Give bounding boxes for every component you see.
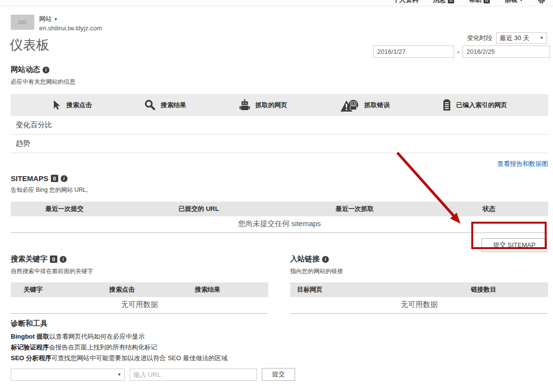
user-menu[interactable]: 朋锐▼ [505,0,523,4]
help-menu-item[interactable]: 帮助 [469,0,490,4]
column-header: 目标网页 [290,285,419,294]
row-label: 趋势 [16,139,30,148]
tool-description: 以查看网页代码如何在必应中显示 [49,333,145,340]
sitemaps-title: SITEMAPS [11,174,48,183]
site-selector[interactable]: 网站▼ [39,15,102,23]
help-badge-icon [484,0,490,3]
column-header: 状态 [430,205,548,213]
row-change-percentage: 变化百分比 [11,116,548,135]
keywords-title: 搜索关键字 [11,254,47,264]
search-keywords-section: 搜索关键字 0 i 自然搜索中排在最前面的关键字 关键字 搜索点击 搜索结果 无… [11,254,268,314]
tool-name: SEO 分析程序 [11,354,51,362]
metric-search-results[interactable]: 搜索结果 [144,99,186,111]
crawl-error-icon [340,98,360,112]
column-header: 已提交的 URL [118,205,279,213]
info-icon[interactable]: i [61,175,68,182]
site-url: en.shilirui.tw.ldyjz.com [39,24,102,32]
keywords-table-header: 关键字 搜索点击 搜索结果 [11,282,268,297]
diagnostic-line: Bingbot 提取以查看网页代码如何在必应中显示 [11,332,548,341]
messages-badge-icon [448,0,454,3]
username-label: 朋锐 [505,0,517,4]
site-header: 网站▼ en.shilirui.tw.ldyjz.com [11,15,102,32]
page-title: 仪表板 [10,36,49,54]
site-activity-section: 网站动态i 必应中有关您网站的信息 搜索点击 搜索结果 [11,65,548,168]
info-icon[interactable]: i [322,256,329,263]
metric-search-clicks[interactable]: 搜索点击 [52,100,92,111]
info-icon[interactable]: i [60,256,67,263]
robot-icon [239,99,251,111]
sitemaps-section: SITEMAPS 0 i 告知必应 Bing 您的网站 URL。 最近一次提交 … [11,174,548,252]
metrics-header-band: 搜索点击 搜索结果 [11,94,548,116]
gear-icon [538,0,545,4]
metric-crawl-errors[interactable]: 抓取错误 [340,98,390,112]
tool-name: 标记验证程序 [11,344,49,351]
submit-url-button[interactable]: 提交 [262,368,295,381]
column-header: 最近一次抓取 [279,205,430,213]
keywords-subtitle: 自然搜索中排在最前面的关键字 [11,267,268,276]
inbound-links-subtitle: 指向您的网站的链接 [290,267,548,276]
tool-description: 会报告在页面上找到的所有结构化标记 [49,344,157,351]
sitemaps-table-header: 最近一次提交 已提交的 URL 最近一次抓取 状态 [11,202,548,216]
tool-description: 可查找您网站中可能需要加以改进以符合 SEO 最佳做法的区域 [51,354,228,362]
chevron-down-icon: ▼ [117,372,121,377]
view-reports-link[interactable]: 查看报告和数据图 [497,160,548,167]
inbound-links-empty-message: 无可用数据 [290,297,548,314]
messages-menu-item[interactable]: 消息 [433,0,454,4]
chevron-down-icon: ▼ [519,0,523,2]
search-icon [144,99,156,111]
column-header: 链接数目 [419,285,549,294]
webmaster-dashboard-page: 个人资料 消息 帮助 朋锐▼ 网站▼ en.shilirui.tw.ldyjz.… [0,0,553,392]
tool-select[interactable]: ▼ [11,369,125,381]
date-range: - [373,46,550,58]
site-selector-label: 网站 [39,15,52,23]
metric-indexed-pages[interactable]: 已编入索引的网页 [442,99,507,111]
url-input[interactable] [130,369,257,381]
info-icon[interactable]: i [43,67,49,73]
messages-label: 消息 [433,0,446,4]
site-activity-title: 网站动态 [11,65,40,74]
sitemaps-count-badge: 0 [51,175,58,182]
indexed-pages-icon [442,99,451,111]
diagnostic-line: SEO 分析程序可查找您网站中可能需要加以改进以符合 SEO 最佳做法的区域 [11,354,548,362]
settings-gear[interactable] [538,0,545,4]
inbound-links-section: 入站链接 i 指向您的网站的链接 目标网页 链接数目 无可用数据 [290,254,548,314]
metric-label: 搜索结果 [161,101,186,110]
chevron-down-icon: ▼ [54,17,58,22]
diagnostics-section: 诊断和工具 Bingbot 提取以查看网页代码如何在必应中显示 标记验证程序会报… [11,319,548,381]
site-placeholder-icon [18,20,27,24]
chevron-down-icon: ▼ [540,36,544,40]
diagnostic-line: 标记验证程序会报告在页面上找到的所有结构化标记 [11,343,548,351]
profile-label: 个人资料 [393,0,418,4]
site-activity-subtitle: 必应中有关您网站的信息 [11,78,548,86]
column-header: 最近一次提交 [11,205,118,213]
submit-sitemap-button[interactable]: 提交 SITEMAP [482,238,547,252]
row-trend: 趋势 [11,135,548,153]
metric-crawled-pages[interactable]: 抓取的网页 [239,99,287,111]
help-label: 帮助 [469,0,482,4]
site-thumbnail [11,15,34,30]
date-from-input[interactable] [373,46,454,58]
period-select[interactable]: 最近 30 天 ▼ [496,32,547,44]
column-header: 搜索点击 [96,285,182,294]
metric-label: 抓取错误 [365,101,390,110]
row-label: 变化百分比 [16,120,52,130]
cursor-icon [52,100,62,111]
date-to-input[interactable] [462,46,550,58]
period-filter: 变化时段 最近 30 天 ▼ [467,32,547,44]
period-label: 变化时段 [467,34,492,43]
column-header: 关键字 [11,285,96,294]
profile-menu-item[interactable]: 个人资料 [393,0,418,4]
keywords-count-badge: 0 [50,255,57,263]
column-header: 搜索结果 [182,285,268,294]
metric-label: 搜索点击 [67,101,92,110]
metric-label: 已编入索引的网页 [456,101,507,110]
inbound-links-table-header: 目标网页 链接数目 [290,282,548,297]
sitemaps-empty-message: 您尚未提交任何 sitemaps [11,216,548,233]
metric-label: 抓取的网页 [255,101,287,110]
inbound-links-title: 入站链接 [290,254,320,264]
keywords-empty-message: 无可用数据 [11,297,268,314]
top-bar: 个人资料 消息 帮助 朋锐▼ [0,0,553,6]
period-select-value: 最近 30 天 [500,34,530,43]
diagnostics-title: 诊断和工具 [11,319,47,328]
date-separator: - [457,47,460,56]
